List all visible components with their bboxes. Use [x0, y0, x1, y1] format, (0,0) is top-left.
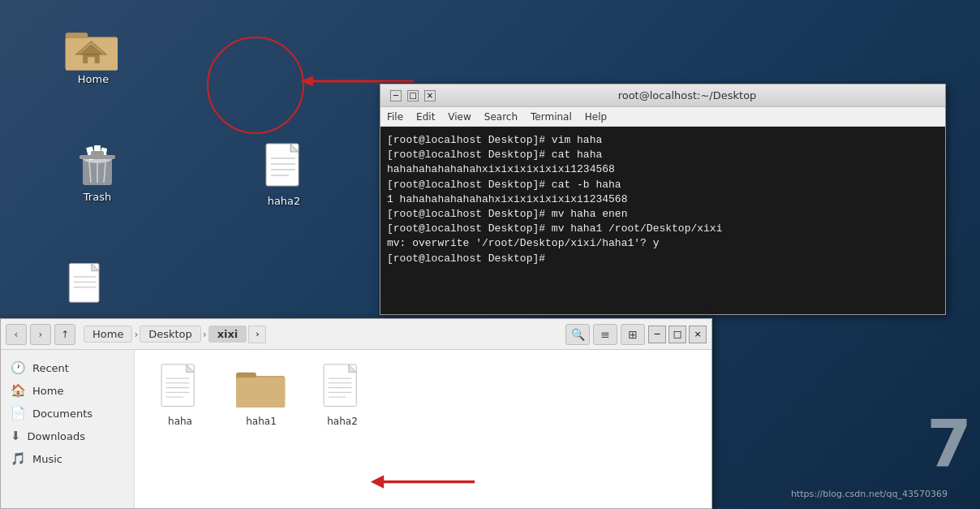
terminal-line-6: [root@localhost Desktop]# mv haha1 /root…: [387, 222, 939, 236]
desktop-icon-haha2[interactable]: haha2: [247, 142, 320, 207]
sidebar-item-downloads[interactable]: ⬇ Downloads: [1, 425, 134, 447]
desktop-icon-unknown[interactable]: [49, 260, 122, 313]
terminal-line-0: [root@localhost Desktop]# vim haha: [387, 133, 939, 148]
documents-icon: 📄: [11, 406, 26, 421]
fm-forward-btn[interactable]: ›: [30, 324, 51, 345]
fm-bc-home[interactable]: Home: [84, 326, 132, 343]
svg-marker-46: [371, 475, 384, 488]
fm-sidebar: 🕐 Recent 🏠 Home 📄 Documents ⬇ Downloads …: [1, 350, 135, 508]
circle-annotation: [207, 37, 304, 134]
terminal-menu-search[interactable]: Search: [484, 111, 518, 123]
sidebar-item-recent[interactable]: 🕐 Recent: [1, 356, 134, 379]
fm-win-minimize[interactable]: −: [648, 326, 666, 343]
fm-file-haha2-label: haha2: [327, 416, 358, 427]
fm-breadcrumb: Home › Desktop › xixi ›: [84, 326, 557, 343]
svg-rect-37: [236, 377, 285, 408]
desktop-icon-haha2-label: haha2: [268, 195, 301, 207]
sidebar-item-music[interactable]: 🎵 Music: [1, 447, 134, 470]
terminal-body[interactable]: [root@localhost Desktop]# vim haha [root…: [380, 127, 945, 314]
fm-main: haha haha1: [135, 350, 711, 508]
terminal-title: root@localhost:~/Desktop: [436, 89, 939, 101]
sidebar-item-home-label: Home: [32, 385, 63, 397]
svg-rect-16: [91, 151, 104, 157]
terminal-minimize-btn[interactable]: −: [390, 90, 402, 101]
sidebar-item-documents[interactable]: 📄 Documents: [1, 402, 134, 425]
svg-marker-6: [300, 76, 313, 87]
terminal-line-8: [root@localhost Desktop]#: [387, 252, 939, 266]
fm-back-btn[interactable]: ‹: [6, 324, 27, 345]
terminal-menu-help[interactable]: Help: [585, 111, 607, 123]
terminal-maximize-btn[interactable]: □: [407, 90, 419, 101]
sidebar-item-music-label: Music: [32, 453, 62, 465]
file-icon-haha: [157, 363, 204, 416]
desktop-icon-trash[interactable]: Trash: [61, 142, 134, 203]
terminal-menu-edit[interactable]: Edit: [416, 111, 435, 123]
sidebar-item-recent-label: Recent: [32, 362, 69, 374]
fm-bc-desktop[interactable]: Desktop: [140, 326, 201, 343]
terminal-line-5: [root@localhost Desktop]# mv haha enen: [387, 207, 939, 222]
sidebar-item-documents-label: Documents: [32, 408, 92, 420]
fm-file-haha[interactable]: haha: [148, 363, 213, 427]
fm-content: 🕐 Recent 🏠 Home 📄 Documents ⬇ Downloads …: [1, 350, 711, 508]
home-folder-icon: [65, 24, 122, 73]
music-icon: 🎵: [11, 451, 26, 466]
sidebar-item-downloads-label: Downloads: [28, 430, 85, 442]
terminal-menu-view[interactable]: View: [448, 111, 471, 123]
desktop: Home Trash: [0, 0, 980, 509]
fm-win-close[interactable]: ×: [689, 326, 707, 343]
fm-bc-next-btn[interactable]: ›: [248, 326, 266, 343]
terminal-window: − □ × root@localhost:~/Desktop File Edit…: [380, 84, 946, 315]
terminal-menubar: File Edit View Search Terminal Help: [380, 107, 945, 127]
fm-grid-view-btn[interactable]: ⊞: [621, 324, 645, 345]
fm-file-haha-label: haha: [168, 416, 192, 427]
home-icon: 🏠: [11, 383, 26, 398]
fm-toolbar: ‹ › ↑ Home › Desktop › xixi › 🔍 ≡ ⊞ − □ …: [1, 319, 711, 350]
desktop-icon-home-label: Home: [78, 73, 109, 85]
sidebar-item-home[interactable]: 🏠 Home: [1, 379, 134, 402]
fm-bc-xixi[interactable]: xixi: [208, 326, 247, 343]
terminal-line-2: hahahahahahahahxixixixixixixi1234568: [387, 162, 939, 177]
terminal-menu-file[interactable]: File: [387, 111, 403, 123]
file-icon-unknown: [63, 260, 108, 313]
terminal-close-btn[interactable]: ×: [424, 90, 436, 101]
fm-bc-sep1: ›: [134, 329, 138, 340]
fm-up-btn[interactable]: ↑: [54, 324, 75, 345]
terminal-line-7: mv: overwrite '/root/Desktop/xixi/haha1'…: [387, 236, 939, 251]
terminal-titlebar: − □ × root@localhost:~/Desktop: [380, 84, 945, 107]
fm-window-btns: − □ ×: [648, 326, 707, 343]
fm-file-haha1[interactable]: haha1: [229, 363, 294, 427]
trash-icon: [73, 142, 122, 191]
fm-file-haha1-label: haha1: [246, 416, 277, 427]
fm-actions: 🔍 ≡ ⊞: [565, 324, 645, 345]
fm-list-view-btn[interactable]: ≡: [593, 324, 617, 345]
arrow2-annotation: [370, 468, 475, 496]
fm-search-btn[interactable]: 🔍: [565, 324, 590, 345]
terminal-menu-terminal[interactable]: Terminal: [531, 111, 572, 123]
terminal-line-3: [root@localhost Desktop]# cat -b haha: [387, 178, 939, 192]
filemanager-window: ‹ › ↑ Home › Desktop › xixi › 🔍 ≡ ⊞ − □ …: [0, 318, 712, 509]
recent-icon: 🕐: [11, 360, 26, 375]
desktop-icon-home[interactable]: Home: [57, 24, 130, 85]
fm-file-haha2[interactable]: haha2: [310, 363, 375, 427]
terminal-line-4: 1 hahahahahahahahxixixixixixixi1234568: [387, 192, 939, 207]
fm-win-maximize[interactable]: □: [668, 326, 686, 343]
file-icon-haha2-desktop: [260, 142, 308, 195]
desktop-icon-trash-label: Trash: [84, 191, 111, 203]
version-url: https://blog.csdn.net/qq_43570369: [791, 489, 948, 499]
folder-icon-haha1: [236, 363, 286, 416]
file-icon-haha2: [319, 363, 366, 416]
version-number: 7: [926, 412, 972, 477]
downloads-icon: ⬇: [11, 429, 21, 443]
terminal-line-1: [root@localhost Desktop]# cat haha: [387, 148, 939, 162]
fm-bc-sep2: ›: [203, 329, 207, 340]
